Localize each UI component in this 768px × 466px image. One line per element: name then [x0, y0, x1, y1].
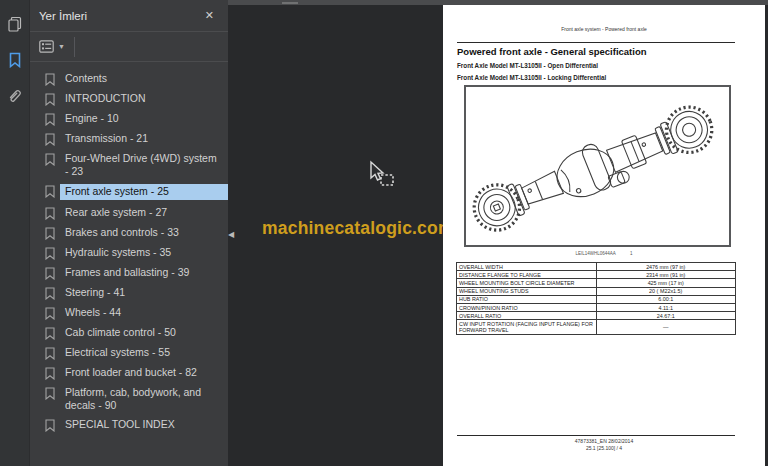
bookmark-label: Steering - 41 — [62, 286, 128, 299]
close-icon[interactable]: ✕ — [201, 7, 218, 24]
bookmark-item-platform-cab-bodywork[interactable]: Platform, cab, bodywork, and decals - 90 — [30, 383, 228, 415]
toolbar-divider — [74, 37, 75, 57]
attachments-paperclip-icon[interactable] — [5, 86, 25, 106]
bookmark-item-wheels[interactable]: Wheels - 44 — [30, 303, 228, 323]
bookmark-flag-icon — [46, 348, 54, 359]
spec-value: 24.67:1 — [596, 312, 736, 320]
spec-value: — — [596, 320, 736, 334]
figure-caption-number: 1 — [630, 251, 633, 256]
bookmark-flag-icon — [46, 114, 54, 125]
spec-value: 6.00:1 — [596, 295, 736, 303]
model-subtitle-open: Front Axle Model MT-L3105II - Open Diffe… — [457, 62, 598, 69]
bookmark-label: SPECIAL TOOL INDEX — [62, 418, 178, 431]
spec-label: HUB RATIO — [457, 295, 597, 303]
bookmark-flag-icon — [46, 368, 54, 379]
bookmark-item-transmission[interactable]: Transmission - 21 — [30, 129, 228, 149]
bookmark-list: Contents INTRODUCTION Engine - 10 Transm… — [30, 62, 228, 435]
bookmark-label: Engine - 10 — [62, 112, 122, 125]
table-row: WHEEL MOUNTING BOLT CIRCLE DIAMETER 425 … — [457, 279, 736, 287]
bookmark-item-4wd-system[interactable]: Four-Wheel Drive (4WD) system - 23 — [30, 149, 228, 181]
bookmark-item-brakes-controls[interactable]: Brakes and controls - 33 — [30, 223, 228, 243]
spec-label: WHEEL MOUNTING STUDS — [457, 287, 597, 295]
chevron-down-icon: ▼ — [58, 43, 65, 50]
bookmark-item-steering[interactable]: Steering - 41 — [30, 283, 228, 303]
bookmark-label: Rear axle system - 27 — [62, 206, 170, 219]
bookmark-item-electrical-systems[interactable]: Electrical systems - 55 — [30, 343, 228, 363]
bookmark-flag-icon — [46, 94, 54, 105]
bookmark-item-front-axle-system[interactable]: Front axle system - 25 — [30, 181, 228, 203]
spec-label: DISTANCE FLANGE TO FLANGE — [457, 271, 597, 279]
bookmark-item-frames-ballasting[interactable]: Frames and ballasting - 39 — [30, 263, 228, 283]
table-row: DISTANCE FLANGE TO FLANGE 2314 mm (91 in… — [457, 271, 736, 279]
spec-label: OVERALL RATIO — [457, 312, 597, 320]
figure-caption: LEIL14WHL0644AA1 — [443, 251, 765, 256]
bookmark-label: Front loader and bucket - 82 — [62, 366, 200, 379]
navigation-rail — [0, 0, 30, 466]
bookmark-item-rear-axle-system[interactable]: Rear axle system - 27 — [30, 203, 228, 223]
bookmark-options-icon[interactable]: ▼ — [39, 40, 65, 53]
figure-caption-code: LEIL14WHL0644AA — [576, 251, 616, 256]
spec-table: OVERALL WIDTH 2476 mm (97 in) DISTANCE F… — [456, 262, 736, 335]
spec-value: 20 ( M22x1.5) — [596, 287, 736, 295]
bookmark-flag-icon — [46, 328, 54, 339]
bookmark-item-front-loader-bucket[interactable]: Front loader and bucket - 82 — [30, 363, 228, 383]
bookmark-flag-icon — [46, 268, 54, 279]
bookmark-label: Hydraulic systems - 35 — [62, 246, 174, 259]
bookmarks-panel: Yer İmleri ✕ ▼ Contents — [30, 0, 228, 466]
footer-doc-number: 47873381_EN 28/02/2014 — [443, 438, 765, 444]
bookmark-item-engine[interactable]: Engine - 10 — [30, 109, 228, 129]
spec-label: CW INPUT ROTATION (FACING INPUT FLANGE) … — [457, 320, 597, 334]
spec-value: 425 mm (17 in) — [596, 279, 736, 287]
bookmark-label: Transmission - 21 — [62, 132, 151, 145]
bookmark-flag-icon — [46, 288, 54, 299]
bookmark-flag-icon — [46, 388, 54, 399]
table-row: WHEEL MOUNTING STUDS 20 ( M22x1.5) — [457, 287, 736, 295]
bookmark-item-cab-climate-control[interactable]: Cab climate control - 50 — [30, 323, 228, 343]
bookmark-item-introduction[interactable]: INTRODUCTION — [30, 89, 228, 109]
bookmark-label: Four-Wheel Drive (4WD) system - 23 — [62, 152, 222, 178]
bookmark-flag-icon — [46, 208, 54, 219]
bookmark-label: Contents — [62, 72, 110, 85]
front-axle-drawing — [466, 87, 729, 245]
bookmark-label: Electrical systems - 55 — [62, 346, 173, 359]
bookmark-label: Frames and ballasting - 39 — [62, 266, 192, 279]
toolbar-edge-notch — [282, 2, 298, 4]
footer-page-number: 25.1 [25.100] / 4 — [443, 445, 765, 451]
table-row: OVERALL WIDTH 2476 mm (97 in) — [457, 263, 736, 271]
bookmark-label: Platform, cab, bodywork, and decals - 90 — [62, 386, 222, 412]
panel-collapse-handle[interactable]: ◀ — [228, 225, 238, 245]
table-row: CW INPUT ROTATION (FACING INPUT FLANGE) … — [457, 320, 736, 334]
bookmark-item-special-tool-index[interactable]: SPECIAL TOOL INDEX — [30, 415, 228, 435]
bookmarks-panel-icon[interactable] — [5, 50, 25, 70]
watermark-text: machinecatalogic.com — [262, 218, 454, 239]
spec-label: WHEEL MOUNTING BOLT CIRCLE DIAMETER — [457, 279, 597, 287]
bookmarks-panel-header: Yer İmleri ✕ — [30, 0, 228, 32]
page-thumbnails-icon[interactable] — [5, 14, 25, 34]
section-title: Powered front axle - General specificati… — [457, 46, 647, 57]
header-rule — [457, 42, 735, 43]
model-subtitle-locking: Front Axle Model MT-L3105II - Locking Di… — [457, 74, 606, 81]
footer-rule — [457, 435, 735, 436]
bookmark-flag-icon — [46, 228, 54, 239]
spec-value: 2476 mm (97 in) — [596, 263, 736, 271]
axle-figure — [464, 85, 731, 247]
bookmark-label: INTRODUCTION — [62, 92, 149, 105]
bookmark-item-hydraulic-systems[interactable]: Hydraulic systems - 35 — [30, 243, 228, 263]
bookmark-flag-icon — [46, 74, 54, 85]
bookmark-flag-icon — [46, 308, 54, 319]
bookmark-flag-icon — [46, 186, 54, 197]
spec-label: OVERALL WIDTH — [457, 263, 597, 271]
spec-value: 4.11:1 — [596, 304, 736, 312]
table-row: OVERALL RATIO 24.67:1 — [457, 312, 736, 320]
spec-value: 2314 mm (91 in) — [596, 271, 736, 279]
bookmark-label: Brakes and controls - 33 — [62, 226, 182, 239]
bookmark-flag-icon — [46, 420, 54, 431]
bookmark-label: Cab climate control - 50 — [62, 326, 179, 339]
table-row: CROWN/PINION RATIO 4.11:1 — [457, 304, 736, 312]
bookmark-item-contents[interactable]: Contents — [30, 69, 228, 89]
bookmark-label: Wheels - 44 — [62, 306, 124, 319]
mouse-cursor-icon — [364, 160, 398, 190]
document-page: Front axle system - Powered front axle P… — [443, 5, 765, 466]
spec-label: CROWN/PINION RATIO — [457, 304, 597, 312]
bookmarks-toolbar: ▼ — [30, 32, 228, 62]
